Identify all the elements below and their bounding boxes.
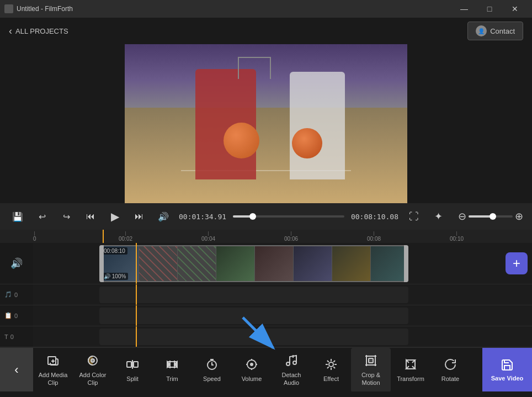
rotate-label: Rotate bbox=[441, 375, 459, 383]
enhance-button[interactable]: ✦ bbox=[429, 208, 447, 225]
speed-button[interactable]: Speed bbox=[192, 348, 232, 392]
text-track-content bbox=[99, 329, 408, 345]
add-media-clip-icon bbox=[45, 353, 61, 368]
audio1-track bbox=[33, 284, 532, 305]
backboard bbox=[238, 57, 271, 79]
progress-bar[interactable] bbox=[233, 215, 344, 218]
skip-forward-button[interactable]: ⏭ bbox=[130, 208, 148, 225]
effect-icon bbox=[323, 357, 339, 372]
audio2-track-label: 📋 0 bbox=[0, 305, 33, 326]
split-button[interactable]: Split bbox=[113, 348, 152, 392]
crop-motion-button[interactable]: Crop &Motion bbox=[351, 348, 391, 392]
minimize-button[interactable]: — bbox=[451, 0, 477, 18]
contact-button[interactable]: 👤 Contact bbox=[467, 22, 523, 40]
header: ALL PROJECTS 👤 Contact bbox=[0, 18, 532, 44]
volume-ctrl-button[interactable]: 🔊 bbox=[155, 208, 172, 225]
zoom-slider[interactable] bbox=[469, 215, 513, 218]
video-track: 00:08:10 🔊 100% + bbox=[33, 243, 532, 284]
flip-button[interactable]: Flip bbox=[470, 348, 482, 392]
music-icon: 🎵 bbox=[4, 291, 12, 298]
time-total: 00:08:10.08 bbox=[351, 213, 398, 221]
add-media-clip-button[interactable]: Add MediaClip bbox=[33, 348, 73, 392]
ruler-mark-8: 00:08 bbox=[367, 231, 381, 242]
volume-button[interactable]: Volume bbox=[232, 348, 272, 392]
text-track bbox=[33, 326, 532, 347]
split-icon bbox=[125, 357, 140, 372]
fullscreen-button[interactable]: ⛶ bbox=[405, 208, 423, 225]
contact-avatar: 👤 bbox=[476, 25, 487, 36]
time-current: 00:01:34.91 bbox=[179, 213, 226, 221]
ruler-mark-2: 00:02 bbox=[119, 231, 132, 242]
svg-point-26 bbox=[329, 362, 333, 367]
add-color-clip-button[interactable]: Add ColorClip bbox=[73, 348, 113, 392]
volume-icon: 🔊 bbox=[10, 257, 23, 269]
volume-label: Volume bbox=[242, 375, 262, 383]
bottom-toolbar: ‹ Add MediaClip Add ColorClip bbox=[0, 347, 532, 391]
transform-button[interactable]: Transform bbox=[391, 348, 430, 392]
video-track-label: 🔊 bbox=[0, 243, 33, 284]
svg-rect-7 bbox=[127, 362, 131, 367]
audio2-count: 0 bbox=[14, 313, 18, 319]
svg-point-6 bbox=[91, 359, 94, 362]
video-clip[interactable]: 00:08:10 🔊 100% bbox=[99, 245, 408, 282]
clip-thumb-4 bbox=[216, 246, 255, 281]
ruler-mark-10: 00:10 bbox=[450, 231, 464, 242]
split-label: Split bbox=[126, 375, 138, 383]
zoom-out-button[interactable]: ⊖ bbox=[458, 210, 466, 223]
save-ctrl-button[interactable]: 💾 bbox=[9, 208, 26, 225]
app-icon bbox=[4, 4, 13, 13]
clip-duration: 00:08:10 bbox=[102, 247, 127, 255]
video-canvas bbox=[125, 44, 407, 203]
speed-icon bbox=[204, 357, 220, 372]
detach-audio-label: DetachAudio bbox=[282, 372, 301, 386]
ruler-mark-0: 0 bbox=[33, 231, 36, 242]
save-video-button[interactable]: Save Video bbox=[482, 348, 532, 392]
transform-icon bbox=[403, 357, 418, 372]
ruler-line bbox=[34, 231, 35, 236]
effect-button[interactable]: Effect bbox=[311, 348, 351, 392]
track-content-area: 00:08:10 🔊 100% + bbox=[33, 243, 532, 347]
ruler-mark-4: 00:04 bbox=[201, 231, 215, 242]
playhead-ruler-indicator bbox=[103, 230, 104, 243]
titlebar-title: Untitled - FilmForth bbox=[17, 5, 73, 13]
timeline-tracks: 🔊 🎵 0 📋 0 T 0 bbox=[0, 243, 532, 347]
rotate-button[interactable]: Rotate bbox=[430, 348, 470, 392]
save-video-label: Save Video bbox=[491, 375, 524, 382]
clip-thumb-2 bbox=[139, 246, 178, 281]
clip-handle-left[interactable] bbox=[99, 245, 104, 282]
zoom-in-button[interactable]: ⊕ bbox=[515, 210, 523, 223]
redo-button[interactable]: ↪ bbox=[57, 208, 75, 225]
caption-icon: 📋 bbox=[4, 312, 12, 319]
zoom-controls: ⊖ ⊕ bbox=[458, 210, 523, 223]
svg-point-18 bbox=[250, 363, 253, 366]
transform-label: Transform bbox=[397, 375, 424, 383]
svg-rect-28 bbox=[369, 358, 373, 363]
person2-silhouette bbox=[290, 72, 345, 179]
close-button[interactable]: ✕ bbox=[502, 0, 528, 18]
skip-back-button[interactable]: ⏮ bbox=[82, 208, 99, 225]
svg-point-24 bbox=[293, 361, 296, 364]
clip-thumb-7 bbox=[332, 246, 371, 281]
maximize-button[interactable]: □ bbox=[477, 0, 502, 18]
detach-audio-button[interactable]: DetachAudio bbox=[272, 348, 311, 392]
video-preview bbox=[125, 44, 407, 203]
titlebar: Untitled - FilmForth — □ ✕ bbox=[0, 0, 532, 18]
audio2-track-content bbox=[99, 308, 408, 324]
contact-label: Contact bbox=[490, 27, 515, 35]
crop-motion-icon bbox=[363, 353, 379, 368]
back-label: ALL PROJECTS bbox=[15, 27, 68, 35]
clip-handle-right[interactable] bbox=[404, 245, 408, 282]
timeline-section: 0 00:02 00:04 00:06 00:08 00:10 bbox=[0, 230, 532, 347]
back-to-projects-button[interactable]: ALL PROJECTS bbox=[9, 25, 68, 37]
audio1-count: 0 bbox=[14, 292, 18, 298]
effect-label: Effect bbox=[323, 375, 339, 383]
toolbar-prev-button[interactable]: ‹ bbox=[0, 348, 33, 392]
toolbar-items: Add MediaClip Add ColorClip Split bbox=[33, 348, 482, 392]
titlebar-controls: — □ ✕ bbox=[451, 0, 528, 18]
add-clip-button[interactable]: + bbox=[506, 252, 528, 274]
play-button[interactable]: ▶ bbox=[106, 208, 124, 225]
clip-thumb-5 bbox=[255, 246, 294, 281]
undo-button[interactable]: ↩ bbox=[33, 208, 51, 225]
trim-button[interactable]: Trim bbox=[152, 348, 192, 392]
clip-thumb-3 bbox=[178, 246, 216, 281]
